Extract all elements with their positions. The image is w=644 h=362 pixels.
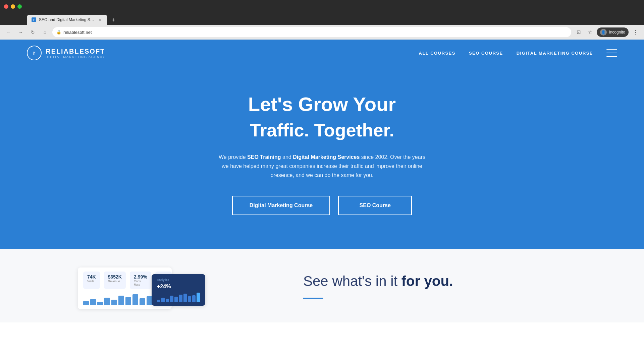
nav-link-all-courses[interactable]: ALL COURSES <box>419 51 455 56</box>
more-button[interactable]: ⋮ <box>631 27 640 37</box>
stat-conv-value: 2.99% <box>134 274 147 280</box>
dashboard-card-2-title: Analytics <box>157 278 200 282</box>
menu-bar-1 <box>606 49 617 50</box>
mini-bar-6 <box>183 294 187 302</box>
seo-course-button[interactable]: SEO Course <box>338 196 412 215</box>
mini-bar-1 <box>161 298 165 302</box>
mini-bar-0 <box>157 300 160 302</box>
below-hero-right: See what's in it for you. <box>290 249 644 322</box>
hamburger-menu-button[interactable] <box>606 49 617 57</box>
browser-title-bar <box>0 0 644 13</box>
toolbar-right: ⊡ ☆ 👤 Incognito ⋮ <box>574 27 640 37</box>
bar-7 <box>132 294 138 305</box>
bar-6 <box>125 297 131 305</box>
below-hero-title-bold: for you. <box>401 273 453 289</box>
hero-buttons: Digital Marketing Course SEO Course <box>232 196 412 215</box>
bookmark-button[interactable]: ☆ <box>585 27 595 37</box>
mini-bar-7 <box>188 296 191 302</box>
browser-chrome: r SEO and Digital Marketing Serv × + ← →… <box>0 0 644 40</box>
hero-title-line1: Let's Grow Your <box>248 93 396 116</box>
cast-icon-button[interactable]: ⊡ <box>574 27 583 37</box>
incognito-label: Incognito <box>609 30 625 35</box>
logo-tagline: DIGITAL MARKETING AGENCY <box>46 55 105 59</box>
mini-bar-9 <box>197 293 200 302</box>
mini-bar-8 <box>192 295 196 302</box>
stat-visits: 74K Visits <box>83 272 100 289</box>
stat-revenue: $652K Revenue <box>104 272 126 289</box>
nav-link-seo-course[interactable]: SEO COURSE <box>469 51 503 56</box>
menu-bar-3 <box>606 56 617 57</box>
traffic-lights <box>4 4 22 9</box>
site-header: r RELIABLESOFT DIGITAL MARKETING AGENCY … <box>0 40 644 66</box>
tabs-bar: r SEO and Digital Marketing Serv × + <box>0 13 644 25</box>
refresh-button[interactable]: ↻ <box>28 27 38 37</box>
stat-conv-label: Conv. Rate <box>134 280 147 286</box>
digital-marketing-course-button[interactable]: Digital Marketing Course <box>232 196 330 215</box>
home-button[interactable]: ⌂ <box>40 27 50 37</box>
forward-button[interactable]: → <box>16 27 25 37</box>
dashboard-card-2-value: +24% <box>157 284 200 290</box>
avatar: 👤 <box>600 29 607 36</box>
dashboard-mock: 74K Visits $652K Revenue 2.99% Conv. Rat… <box>78 267 212 309</box>
nav-link-digital-marketing[interactable]: DIGITAL MARKETING COURSE <box>517 51 593 56</box>
bar-3 <box>104 298 110 305</box>
menu-bar-2 <box>606 53 617 53</box>
mini-bar-3 <box>170 296 173 302</box>
logo-area[interactable]: r RELIABLESOFT DIGITAL MARKETING AGENCY <box>27 46 105 60</box>
site-nav: ALL COURSES SEO COURSE DIGITAL MARKETING… <box>419 49 617 57</box>
active-tab[interactable]: r SEO and Digital Marketing Serv × <box>27 15 107 25</box>
hero-title-line2: Traffic. Together. <box>250 120 394 140</box>
dashboard-preview-area: 74K Visits $652K Revenue 2.99% Conv. Rat… <box>0 249 290 322</box>
mini-bar-2 <box>166 299 169 302</box>
back-button[interactable]: ← <box>4 27 13 37</box>
hero-section: Let's Grow Your Traffic. Together. We pr… <box>0 66 644 249</box>
tab-title: SEO and Digital Marketing Serv <box>39 17 95 22</box>
bar-5 <box>118 296 124 305</box>
address-bar[interactable]: 🔒 reliablesoft.net <box>52 27 571 37</box>
new-tab-button[interactable]: + <box>109 15 118 25</box>
stat-visits-value: 74K <box>87 274 96 280</box>
below-hero-underline <box>303 298 323 299</box>
below-hero-section: 74K Visits $652K Revenue 2.99% Conv. Rat… <box>0 249 644 322</box>
maximize-traffic-light[interactable] <box>17 4 22 9</box>
below-hero-title: See what's in it for you. <box>303 273 617 290</box>
lock-icon: 🔒 <box>56 30 61 35</box>
close-traffic-light[interactable] <box>4 4 8 9</box>
logo-icon: r <box>27 46 42 60</box>
hero-seo-training-text: SEO Training <box>247 154 281 160</box>
mini-bar-4 <box>174 297 178 302</box>
dashboard-mini-bars <box>157 292 200 302</box>
mini-bar-5 <box>179 295 182 302</box>
hero-digital-marketing-text: Digital Marketing Services <box>293 154 360 160</box>
bar-4 <box>111 300 117 305</box>
bar-1 <box>90 299 96 305</box>
site-wrapper: r RELIABLESOFT DIGITAL MARKETING AGENCY … <box>0 40 644 322</box>
bar-8 <box>140 298 145 305</box>
incognito-button[interactable]: 👤 Incognito <box>597 27 629 37</box>
stat-revenue-label: Revenue <box>108 280 122 283</box>
stat-revenue-value: $652K <box>108 274 122 280</box>
hero-description: We provide SEO Training and Digital Mark… <box>215 153 429 180</box>
tab-close-button[interactable]: × <box>97 17 103 22</box>
tab-favicon: r <box>32 17 36 22</box>
browser-toolbar: ← → ↻ ⌂ 🔒 reliablesoft.net ⊡ ☆ 👤 Incogni… <box>0 25 644 40</box>
dashboard-card-2: Analytics +24% <box>152 274 205 306</box>
logo-text-area: RELIABLESOFT DIGITAL MARKETING AGENCY <box>46 48 105 59</box>
stat-visits-label: Visits <box>87 280 96 283</box>
minimize-traffic-light[interactable] <box>11 4 15 9</box>
logo-name: RELIABLESOFT <box>46 48 105 55</box>
stat-conv: 2.99% Conv. Rate <box>130 272 151 289</box>
bar-0 <box>83 301 89 305</box>
below-hero-title-plain: See what's in it <box>303 273 401 289</box>
bar-2 <box>97 302 103 305</box>
url-text: reliablesoft.net <box>63 30 92 35</box>
